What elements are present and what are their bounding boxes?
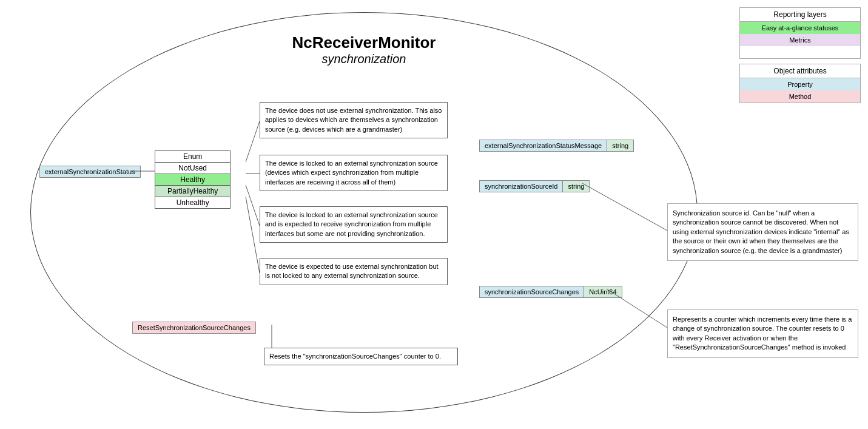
prop-type-2: string <box>563 180 590 192</box>
prop-row-3: synchronizationSourceChanges NcUint64 <box>479 286 622 298</box>
enum-healthy: Healthy <box>155 174 230 186</box>
method-desc-box: Resets the "synchronizationSourceChanges… <box>264 348 458 365</box>
title-block: NcReceiverMonitor synchronization <box>0 33 728 66</box>
desc-box-4: The device is expected to use external s… <box>260 258 448 285</box>
prop-row-2: synchronizationSourceId string <box>479 180 590 192</box>
property-legend-item: Property <box>740 78 860 90</box>
main-title: NcReceiverMonitor <box>0 33 728 52</box>
object-attributes-section: Object attributes Property Method <box>739 64 861 103</box>
method-legend-item: Method <box>740 90 860 103</box>
info-box-2: Represents a counter which increments ev… <box>667 309 858 358</box>
prop-name-2: synchronizationSourceId <box>479 180 563 192</box>
subtitle: synchronization <box>0 52 728 66</box>
method-label: ResetSynchronizationSourceChanges <box>132 322 256 334</box>
desc-box-2: The device is locked to an external sync… <box>260 155 448 191</box>
metrics-label: Metrics <box>740 34 860 46</box>
prop-row-1: externalSynchronizationStatusMessage str… <box>479 140 634 152</box>
enum-header: Enum <box>155 151 230 163</box>
legend-empty-row <box>740 46 860 58</box>
desc-box-1: The device does not use external synchro… <box>260 102 448 138</box>
prop-type-3: NcUint64 <box>584 286 622 298</box>
enum-partially-healthy: PartiallyHealthy <box>155 186 230 197</box>
ext-sync-status-label: externalSynchronizationStatus <box>39 166 141 178</box>
info-box-1: Synchronization source id. Can be "null"… <box>667 203 858 261</box>
prop-name-3: synchronizationSourceChanges <box>479 286 584 298</box>
reporting-layers-section: Reporting layers Easy at-a-glance status… <box>739 7 861 59</box>
reporting-layers-header: Reporting layers <box>740 8 860 22</box>
enum-box: Enum NotUsed Healthy PartiallyHealthy Un… <box>155 150 230 209</box>
easy-label: Easy at-a-glance statuses <box>740 22 860 34</box>
object-attributes-header: Object attributes <box>740 64 860 78</box>
prop-name-1: externalSynchronizationStatusMessage <box>479 140 607 152</box>
prop-type-1: string <box>607 140 634 152</box>
desc-box-3: The device is locked to an external sync… <box>260 206 448 243</box>
legend: Reporting layers Easy at-a-glance status… <box>739 7 861 108</box>
enum-unhealthy: Unhealthy <box>155 197 230 208</box>
enum-not-used: NotUsed <box>155 163 230 174</box>
